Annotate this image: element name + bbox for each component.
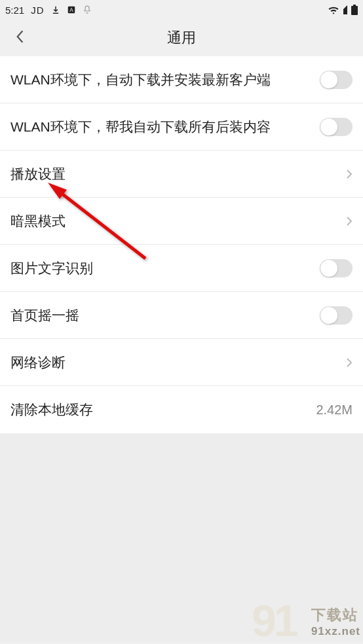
row-wlan-download-client[interactable]: WLAN环境下，自动下载并安装最新客户端: [0, 56, 363, 103]
back-button[interactable]: [8, 26, 31, 50]
signal-icon: [343, 5, 347, 14]
settings-list: WLAN环境下，自动下载并安装最新客户端 WLAN环境下，帮我自动下载所有后装内…: [0, 56, 363, 433]
svg-text:A: A: [69, 7, 73, 13]
watermark: 91 下载站 91xz.net: [252, 601, 363, 644]
toggle-image-text[interactable]: [320, 259, 353, 277]
svg-marker-2: [343, 5, 347, 14]
nav-bar: 通用: [0, 20, 363, 56]
toggle-wlan-client[interactable]: [320, 71, 353, 89]
svg-rect-3: [353, 5, 356, 6]
toggle-knob: [320, 118, 337, 135]
status-bar: 5:21 JD A: [0, 0, 363, 20]
status-right: [328, 5, 358, 15]
battery-icon: [351, 5, 358, 15]
row-dark-mode[interactable]: 暗黑模式: [0, 198, 363, 245]
row-label: 播放设置: [10, 165, 66, 183]
row-label: WLAN环境下，自动下载并安装最新客户端: [10, 71, 271, 88]
row-label: 网络诊断: [10, 353, 66, 371]
row-wlan-download-content[interactable]: WLAN环境下，帮我自动下载所有后装内容: [0, 103, 363, 151]
wifi-icon: [328, 5, 339, 14]
status-jd: JD: [31, 5, 44, 16]
watermark-text1: 下载站: [311, 605, 360, 625]
toggle-knob: [320, 71, 337, 88]
row-label: 暗黑模式: [10, 212, 66, 230]
row-clear-cache[interactable]: 清除本地缓存 2.42M: [0, 386, 363, 433]
watermark-text2: 91xz.net: [311, 625, 360, 638]
row-playback-settings[interactable]: 播放设置: [0, 151, 363, 198]
chevron-right-icon: [346, 357, 353, 368]
cache-size-value: 2.42M: [316, 402, 353, 418]
status-time: 5:21: [5, 5, 24, 16]
chevron-right-icon: [346, 169, 353, 179]
toggle-knob: [320, 307, 337, 324]
toggle-homepage-shake[interactable]: [320, 306, 353, 325]
row-label: 首页摇一摇: [10, 306, 79, 324]
status-left: 5:21 JD A: [5, 5, 92, 16]
chevron-left-icon: [15, 29, 24, 46]
download-icon: [51, 5, 60, 14]
toggle-knob: [320, 260, 337, 277]
row-homepage-shake[interactable]: 首页摇一摇: [0, 292, 363, 339]
row-network-diagnosis[interactable]: 网络诊断: [0, 339, 363, 386]
page-title: 通用: [0, 28, 363, 48]
row-label: 清除本地缓存: [10, 401, 93, 418]
toggle-wlan-content[interactable]: [320, 118, 353, 136]
svg-rect-4: [351, 6, 358, 15]
watermark-logo: 91: [252, 601, 296, 644]
row-label: WLAN环境下，帮我自动下载所有后装内容: [10, 118, 271, 135]
chevron-right-icon: [346, 216, 353, 226]
row-image-text-recognition[interactable]: 图片文字识别: [0, 245, 363, 292]
app-square-icon: A: [67, 5, 76, 14]
notification-icon: [83, 5, 92, 14]
row-label: 图片文字识别: [10, 259, 93, 277]
